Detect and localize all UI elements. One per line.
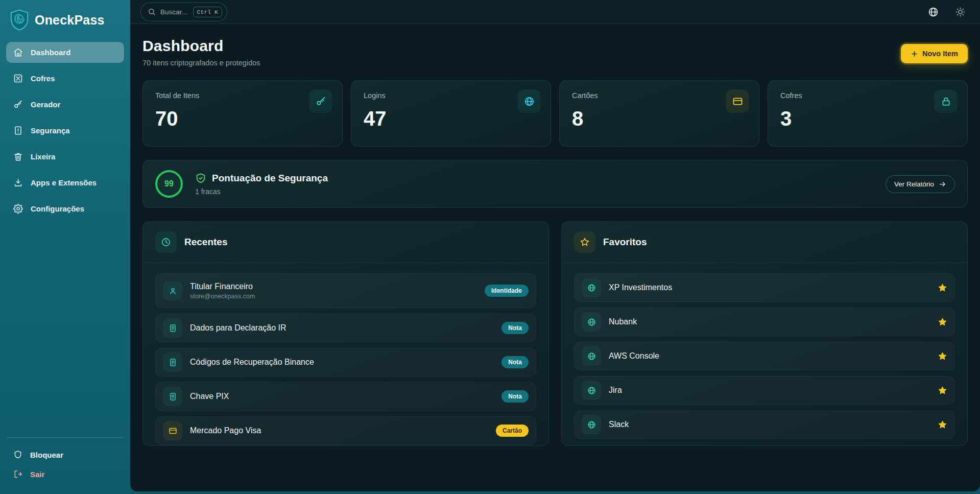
stat-label: Cartões: [572, 91, 747, 100]
trash-icon: [13, 152, 23, 161]
recents-title: Recentes: [184, 237, 228, 248]
page-header: Dashboard 70 itens criptografados e prot…: [142, 37, 968, 67]
sidebar: OneckPass DashboardCofresGeradorSeguranç…: [0, 0, 130, 494]
sidebar-item-bloquear[interactable]: Bloquear: [6, 445, 124, 464]
search-placeholder: Buscar...: [160, 8, 187, 16]
stat-label: Logins: [364, 91, 538, 100]
dashboard-content: Dashboard 70 itens criptografados e prot…: [130, 24, 980, 491]
favorite-star-icon[interactable]: [938, 317, 947, 327]
favorite-item-aws-console[interactable]: AWS Console: [574, 342, 955, 370]
sidebar-item-sair[interactable]: Sair: [6, 464, 124, 484]
stat-card-cofres: Cofres3: [768, 80, 968, 147]
item-title: Dados para Declaração IR: [190, 323, 286, 333]
stat-card-total-de-itens: Total de Itens70: [142, 80, 343, 147]
vault-icon: [13, 74, 23, 83]
favorite-item-slack[interactable]: Slack: [574, 410, 955, 439]
globe-icon: [582, 346, 601, 366]
recent-item-chave-pix[interactable]: Chave PIXNota: [155, 382, 536, 411]
stat-card-cartoes: Cartões8: [559, 80, 759, 147]
favorite-item-xp-investimentos[interactable]: XP Investimentos: [574, 273, 955, 302]
sidebar-item-label: Gerador: [31, 100, 60, 109]
key-icon: [13, 100, 23, 109]
sidebar-item-seguranca[interactable]: Segurança: [6, 120, 124, 141]
favorite-star-icon[interactable]: [938, 386, 947, 395]
plus-icon: [911, 50, 918, 58]
favorite-item-nubank[interactable]: Nubank: [574, 308, 955, 336]
favorites-title: Favoritos: [603, 237, 647, 248]
recent-item-titular-financeiro[interactable]: Titular Financeirostore@oneckpass.comIde…: [155, 273, 536, 308]
app-name: OneckPass: [35, 13, 105, 28]
stat-label: Cofres: [780, 91, 955, 100]
sidebar-item-gerador[interactable]: Gerador: [6, 94, 124, 115]
globe-icon: [517, 89, 541, 113]
sidebar-item-configuracoes[interactable]: Configurações: [6, 198, 124, 219]
gear-icon: [13, 204, 23, 214]
note-icon: [163, 318, 182, 338]
shield-icon: [13, 450, 22, 459]
favorites-panel: Favoritos XP InvestimentosNubankAWS Cons…: [561, 221, 968, 446]
key-icon: [309, 89, 332, 113]
sidebar-item-label: Lixeira: [31, 152, 55, 161]
app-root: OneckPass DashboardCofresGeradorSeguranç…: [0, 0, 980, 494]
stat-value: 70: [155, 107, 330, 130]
favorite-star-icon[interactable]: [938, 283, 947, 293]
item-type-badge: Nota: [501, 322, 529, 334]
stat-value: 47: [364, 107, 538, 130]
theme-toggle-button[interactable]: [955, 7, 966, 17]
card-icon: [163, 421, 182, 440]
favorite-item-jira[interactable]: Jira: [574, 376, 955, 405]
sidebar-item-label: Configurações: [31, 204, 84, 213]
stat-label: Total de Itens: [155, 91, 330, 100]
item-type-badge: Nota: [501, 390, 529, 403]
stat-card-logins: Logins47: [351, 80, 551, 147]
file-alert-icon: [13, 126, 23, 135]
sidebar-divider: [7, 437, 123, 438]
sidebar-item-label: Apps e Extensões: [31, 178, 97, 187]
favorite-star-icon[interactable]: [938, 420, 947, 430]
clock-icon: [155, 231, 177, 253]
sidebar-item-lixeira[interactable]: Lixeira: [6, 146, 124, 167]
app-logo: OneckPass: [6, 8, 124, 42]
search-icon: [148, 8, 156, 16]
recents-panel: Recentes Titular Financeirostore@oneckpa…: [142, 221, 549, 446]
note-icon: [163, 387, 182, 406]
sidebar-footer: BloquearSair: [6, 432, 124, 484]
logout-icon: [13, 469, 22, 479]
user-icon: [163, 281, 182, 300]
security-score-card: 99 Pontuação de Segurança 1 fracas Ver R…: [142, 160, 968, 208]
download-icon: [13, 178, 23, 187]
item-title: Slack: [609, 420, 629, 429]
item-title: Jira: [609, 386, 622, 395]
view-report-button[interactable]: Ver Relatório: [886, 175, 955, 193]
globe-icon: [582, 381, 601, 400]
sidebar-item-dashboard[interactable]: Dashboard: [6, 42, 124, 63]
item-subtitle: store@oneckpass.com: [190, 293, 255, 300]
security-score-ring: 99: [155, 170, 183, 198]
stat-value: 3: [780, 107, 955, 130]
shield-logo-icon: [9, 9, 30, 31]
item-title: Mercado Pago Visa: [190, 426, 261, 435]
item-title: AWS Console: [609, 351, 659, 361]
globe-icon: [582, 278, 601, 297]
sidebar-item-label: Dashboard: [31, 48, 70, 57]
page-subtitle: 70 itens criptografados e protegidos: [142, 59, 260, 67]
sidebar-item-cofres[interactable]: Cofres: [6, 68, 124, 89]
sidebar-item-label: Segurança: [31, 126, 70, 135]
item-title: Chave PIX: [190, 392, 229, 401]
recent-item-dados-para-declaracao-ir[interactable]: Dados para Declaração IRNota: [155, 314, 536, 342]
globe-icon: [582, 312, 601, 332]
sidebar-item-apps-e-extensoes[interactable]: Apps e Extensões: [6, 172, 124, 193]
sidebar-item-label: Sair: [30, 470, 44, 479]
shield-check-icon: [195, 173, 206, 184]
item-title: Nubank: [609, 317, 637, 326]
language-button[interactable]: [928, 7, 939, 17]
view-report-label: Ver Relatório: [894, 180, 934, 188]
recent-item-codigos-de-recuperacao-binance[interactable]: Códigos de Recuperação BinanceNota: [155, 348, 536, 377]
sidebar-item-label: Cofres: [31, 74, 55, 83]
favorite-star-icon[interactable]: [938, 351, 947, 361]
recent-item-mercado-pago-visa[interactable]: Mercado Pago VisaCartão: [155, 416, 536, 445]
lock-icon: [934, 89, 958, 113]
search-input[interactable]: Buscar... Ctrl K: [140, 3, 227, 21]
security-score-title: Pontuação de Segurança: [212, 173, 328, 184]
new-item-button[interactable]: Novo Item: [901, 44, 968, 63]
